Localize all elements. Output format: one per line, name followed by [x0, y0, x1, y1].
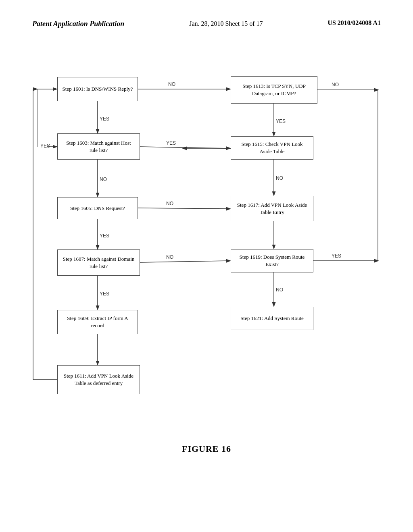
sheet-info: Jan. 28, 2010 Sheet 15 of 17 [189, 19, 263, 28]
step-1601-box: Step 1601: Is DNS/WINS Reply? [57, 77, 138, 101]
svg-text:YES: YES [40, 143, 50, 149]
figure-caption: FIGURE 16 [0, 444, 413, 454]
svg-text:NO: NO [276, 175, 283, 181]
patent-number: US 2010/024008 A1 [327, 19, 381, 27]
svg-text:YES: YES [166, 140, 176, 146]
svg-text:YES: YES [100, 233, 109, 239]
svg-text:NO: NO [166, 201, 173, 206]
svg-text:YES: YES [100, 116, 109, 122]
svg-text:YES: YES [100, 291, 109, 297]
svg-text:NO: NO [168, 81, 175, 87]
svg-text:NO: NO [276, 287, 283, 293]
svg-text:NO: NO [100, 177, 107, 182]
svg-text:NO: NO [166, 254, 173, 260]
step-1615-box: Step 1615: Check VPN Look Aside Table [231, 136, 313, 160]
step-1611-box: Step 1611: Add VPN Look Aside Table as d… [57, 365, 140, 394]
step-1617-box: Step 1617: Add VPN Look Aside Table Entr… [231, 196, 313, 221]
svg-text:NO: NO [332, 82, 339, 87]
page-header: Patent Application Publication Jan. 28, … [0, 0, 413, 37]
svg-line-14 [138, 208, 230, 209]
svg-text:YES: YES [276, 118, 286, 124]
publication-title: Patent Application Publication [32, 19, 124, 29]
step-1609-box: Step 1609: Extract IP form A record [57, 310, 138, 334]
svg-line-5 [140, 147, 230, 148]
svg-text:YES: YES [332, 253, 341, 259]
step-1621-box: Step 1621: Add System Route [231, 307, 313, 330]
step-1603-box: Step 1603: Match against Host rule list? [57, 133, 140, 160]
step-1619-box: Step 1619: Does System Route Exist? [231, 249, 313, 272]
step-1613-box: Step 1613: Is TCP SYN, UDP Datagram, or … [231, 76, 317, 104]
step-1605-box: Step 1605: DNS Request? [57, 197, 138, 219]
step-1607-box: Step 1607: Match against Domain rule lis… [57, 249, 140, 276]
flowchart-diagram: Step 1601: Is DNS/WINS Reply? Step 1603:… [25, 53, 388, 436]
svg-line-18 [140, 261, 230, 262]
